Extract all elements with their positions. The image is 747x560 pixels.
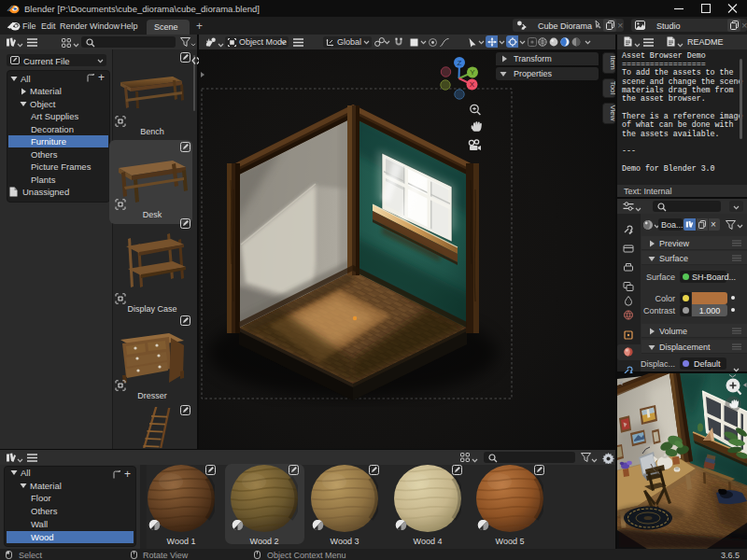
svg-text:Y: Y bbox=[470, 68, 475, 77]
svg-text:Z: Z bbox=[458, 59, 462, 67]
svg-text:View: View bbox=[609, 105, 615, 120]
svg-text:X: X bbox=[470, 80, 475, 89]
svg-text:Item: Item bbox=[609, 55, 615, 70]
svg-text:Tool: Tool bbox=[609, 81, 615, 95]
